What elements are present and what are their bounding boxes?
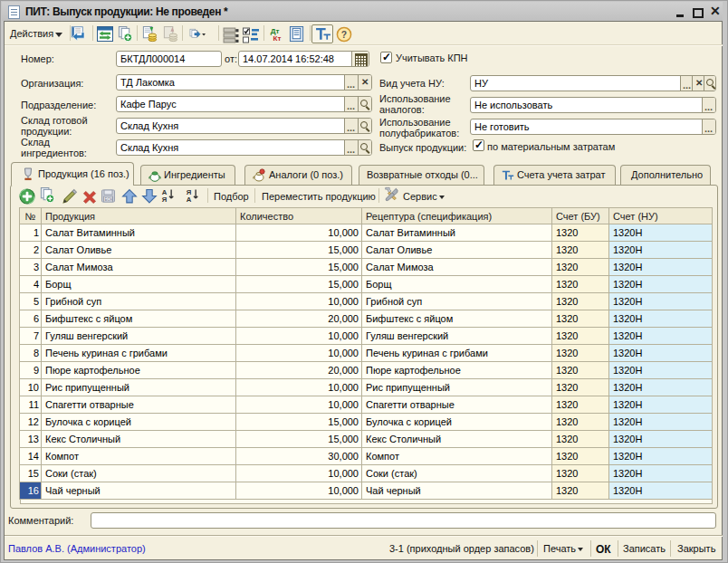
svg-text:А: А	[187, 196, 192, 204]
svg-text:?: ?	[341, 30, 347, 40]
svg-text:ЕОК: ЕОК	[105, 197, 114, 202]
svg-text:Я: Я	[162, 196, 168, 204]
svg-text:Кт: Кт	[273, 34, 282, 43]
